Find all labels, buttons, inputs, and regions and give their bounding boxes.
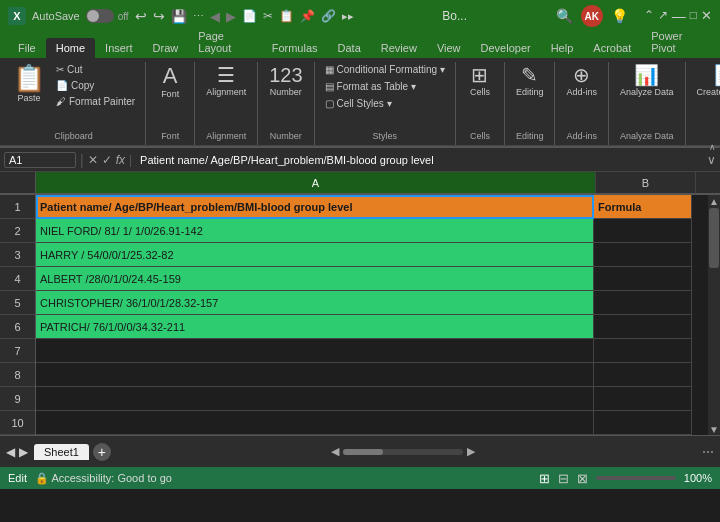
lightbulb-icon[interactable]: 💡 xyxy=(611,8,628,24)
copy-button[interactable]: 📄Copy xyxy=(52,78,139,93)
cell-a1[interactable]: Patient name/ Age/BP/Heart_problem/BMI-b… xyxy=(36,195,594,219)
tab-acrobat[interactable]: Acrobat xyxy=(583,38,641,58)
format-painter-button[interactable]: 🖌Format Painter xyxy=(52,94,139,109)
cell-a9[interactable] xyxy=(36,387,594,411)
formula-input[interactable] xyxy=(136,154,703,166)
cell-b9[interactable] xyxy=(594,387,692,411)
row-header-5[interactable]: 5 xyxy=(0,291,35,315)
font-button[interactable]: A Font xyxy=(152,62,188,102)
tab-options-icon[interactable]: ⋯ xyxy=(696,445,720,459)
cell-b8[interactable] xyxy=(594,363,692,387)
number-button[interactable]: 123 Number xyxy=(264,62,307,100)
col-header-b[interactable]: B xyxy=(596,172,696,194)
scroll-thumb[interactable] xyxy=(709,208,719,268)
row-header-6[interactable]: 6 xyxy=(0,315,35,339)
add-sheet-button[interactable]: + xyxy=(93,443,111,461)
more-commands-icon[interactable]: ⋯ xyxy=(193,10,204,23)
paste-button[interactable]: 📋 Paste xyxy=(8,62,50,106)
addins-button[interactable]: ⊕ Add-ins xyxy=(561,62,602,100)
ribbon-toggle-icon[interactable]: ⌃ xyxy=(644,8,654,24)
hscroll-track[interactable] xyxy=(343,449,463,455)
tab-data[interactable]: Data xyxy=(328,38,371,58)
col-header-a[interactable]: A xyxy=(36,172,596,194)
search-icon[interactable]: 🔍 xyxy=(556,8,573,24)
forward-button[interactable]: ▶ xyxy=(226,9,236,24)
row-header-7[interactable]: 7 xyxy=(0,339,35,363)
analyze-data-button[interactable]: 📊 Analyze Data xyxy=(615,62,679,100)
sheet-prev-icon[interactable]: ◀ xyxy=(6,445,15,459)
scroll-up-arrow[interactable]: ▲ xyxy=(708,195,720,207)
tab-file[interactable]: File xyxy=(8,38,46,58)
cell-a8[interactable] xyxy=(36,363,594,387)
cell-b6[interactable] xyxy=(594,315,692,339)
tab-home[interactable]: Home xyxy=(46,38,95,58)
tab-insert[interactable]: Insert xyxy=(95,38,143,58)
row-header-2[interactable]: 2 xyxy=(0,219,35,243)
minimize-button[interactable]: — xyxy=(672,8,686,24)
tab-developer[interactable]: Developer xyxy=(471,38,541,58)
autosave-toggle[interactable]: off xyxy=(86,9,129,23)
cell-a2[interactable]: NIEL FORD/ 81/ 1/ 1/0/26.91-142 xyxy=(36,219,594,243)
cell-b5[interactable] xyxy=(594,291,692,315)
row-header-1[interactable]: 1 xyxy=(0,195,35,219)
tab-formulas[interactable]: Formulas xyxy=(262,38,328,58)
tab-draw[interactable]: Draw xyxy=(143,38,189,58)
editing-button[interactable]: ✎ Editing xyxy=(511,62,549,100)
vertical-scrollbar[interactable]: ▲ ▼ xyxy=(708,195,720,435)
cell-b10[interactable] xyxy=(594,411,692,435)
cell-reference-input[interactable] xyxy=(4,152,76,168)
create-pdf-button[interactable]: 📄 Create a PDF xyxy=(692,62,720,100)
hscroll-left-icon[interactable]: ◀ xyxy=(331,445,339,458)
sheet-next-icon[interactable]: ▶ xyxy=(19,445,28,459)
more-icon[interactable]: ▸▸ xyxy=(342,10,354,23)
cancel-formula-icon[interactable]: ✕ xyxy=(88,153,98,167)
scroll-down-arrow[interactable]: ▼ xyxy=(708,423,720,435)
ribbon-collapse-icon[interactable]: ∧ xyxy=(709,142,716,152)
tab-help[interactable]: Help xyxy=(541,38,584,58)
tab-review[interactable]: Review xyxy=(371,38,427,58)
row-header-9[interactable]: 9 xyxy=(0,387,35,411)
row-header-3[interactable]: 3 xyxy=(0,243,35,267)
fx-icon[interactable]: fx xyxy=(116,153,125,167)
cell-a6[interactable]: PATRICH/ 76/1/0/0/34.32-211 xyxy=(36,315,594,339)
tab-view[interactable]: View xyxy=(427,38,471,58)
view-normal-icon[interactable]: ⊞ xyxy=(539,471,550,486)
redo-button[interactable]: ↪ xyxy=(153,8,165,24)
cell-a3[interactable]: HARRY / 54/0/0/1/25.32-82 xyxy=(36,243,594,267)
share-icon[interactable]: ↗ xyxy=(658,8,668,24)
formula-expand-icon[interactable]: ∨ xyxy=(707,153,716,167)
cell-b4[interactable] xyxy=(594,267,692,291)
cell-a4[interactable]: ALBERT /28/0/1/0/24.45-159 xyxy=(36,267,594,291)
tab-page-layout[interactable]: Page Layout xyxy=(188,26,261,58)
cell-a7[interactable] xyxy=(36,339,594,363)
view-layout-icon[interactable]: ⊟ xyxy=(558,471,569,486)
cell-b3[interactable] xyxy=(594,243,692,267)
cell-styles-button[interactable]: ▢ Cell Styles ▾ xyxy=(321,96,396,111)
cell-a5[interactable]: CHRISTOPHER/ 36/1/0/1/28.32-157 xyxy=(36,291,594,315)
view-page-break-icon[interactable]: ⊠ xyxy=(577,471,588,486)
cells-button[interactable]: ⊞ Cells xyxy=(462,62,498,100)
sheet-tab-sheet1[interactable]: Sheet1 xyxy=(34,444,89,460)
confirm-formula-icon[interactable]: ✓ xyxy=(102,153,112,167)
cell-b1[interactable]: Formula xyxy=(594,195,692,219)
back-button[interactable]: ◀ xyxy=(210,9,220,24)
alignment-button[interactable]: ☰ Alignment xyxy=(201,62,251,100)
save-icon[interactable]: 💾 xyxy=(171,9,187,24)
hscroll-right-icon[interactable]: ▶ xyxy=(467,445,475,458)
cell-a10[interactable] xyxy=(36,411,594,435)
conditional-formatting-button[interactable]: ▦ Conditional Formatting ▾ xyxy=(321,62,449,77)
row-header-8[interactable]: 8 xyxy=(0,363,35,387)
tab-power-pivot[interactable]: Power Pivot xyxy=(641,26,712,58)
create-pdf-label: Create a PDF xyxy=(697,87,720,97)
format-table-button[interactable]: ▤ Format as Table ▾ xyxy=(321,79,420,94)
undo-button[interactable]: ↩ xyxy=(135,8,147,24)
zoom-slider[interactable] xyxy=(596,476,676,480)
row-header-10[interactable]: 10 xyxy=(0,411,35,435)
cell-b2[interactable] xyxy=(594,219,692,243)
row-header-4[interactable]: 4 xyxy=(0,267,35,291)
cut-button[interactable]: ✂Cut xyxy=(52,62,139,77)
user-avatar[interactable]: AK xyxy=(581,5,603,27)
maximize-button[interactable]: □ xyxy=(690,8,697,24)
cell-b7[interactable] xyxy=(594,339,692,363)
close-button[interactable]: ✕ xyxy=(701,8,712,24)
